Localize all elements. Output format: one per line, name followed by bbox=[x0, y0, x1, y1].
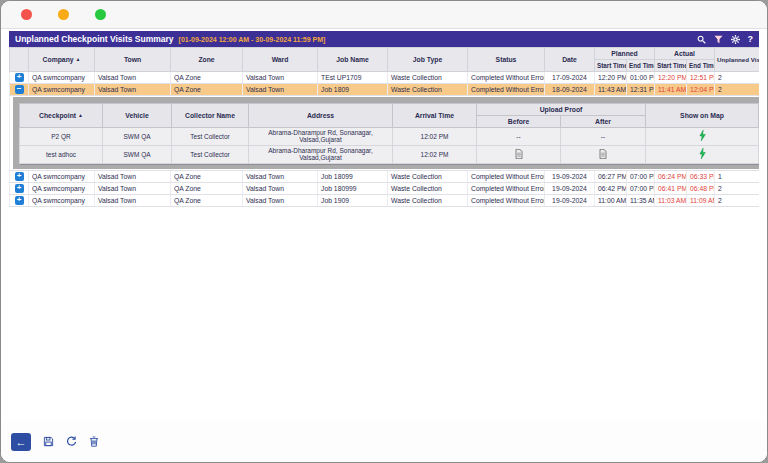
cell-unplanned-visits: 2 bbox=[715, 194, 760, 206]
cell-unplanned-visits: 2 bbox=[715, 84, 760, 96]
cell-job-name: Job 1909 bbox=[318, 194, 388, 206]
detail-row: Checkpoint ▲ Vehicle Collector Name Addr… bbox=[10, 96, 760, 171]
cell-actual-end: 12:51 PM bbox=[687, 72, 715, 84]
col-actual-start[interactable]: Start Time bbox=[655, 60, 687, 72]
col-zone[interactable]: Zone bbox=[171, 48, 243, 72]
cell-status: Completed Without Error bbox=[468, 194, 545, 206]
cell-status: Completed Without Error bbox=[468, 182, 545, 194]
expand-row-button[interactable]: + bbox=[15, 73, 24, 82]
upload-proof-before bbox=[477, 145, 561, 163]
cell-planned-start: 06:27 PM bbox=[595, 170, 627, 182]
cell-checkpoint: test adhoc bbox=[20, 145, 103, 163]
col-checkpoint[interactable]: Checkpoint ▲ bbox=[20, 104, 103, 128]
footer-toolbar: ← bbox=[1, 421, 767, 462]
col-company[interactable]: Company ▲ bbox=[29, 48, 95, 72]
table-row[interactable]: + QA swmcompany Valsad Town QA Zone Vals… bbox=[10, 182, 760, 194]
cell-date: 19-09-2024 bbox=[545, 194, 595, 206]
col-status[interactable]: Status bbox=[468, 48, 545, 72]
cell-collector-name: Test Collector bbox=[172, 145, 249, 163]
maximize-window-button[interactable] bbox=[95, 9, 106, 20]
sort-asc-icon: ▲ bbox=[78, 112, 83, 118]
cell-date: 17-09-2024 bbox=[545, 72, 595, 84]
cell-job-name: Job 180999 bbox=[318, 182, 388, 194]
cell-unplanned-visits: 2 bbox=[715, 182, 760, 194]
report-grid-area: Company ▲ Town Zone Ward Job Name Job Ty… bbox=[9, 47, 759, 421]
table-row[interactable]: + QA swmcompany Valsad Town QA Zone Vals… bbox=[10, 194, 760, 206]
col-arrival-time[interactable]: Arrival Time bbox=[393, 104, 477, 128]
cell-town: Valsad Town bbox=[95, 194, 171, 206]
cell-actual-end: 06:33 PM bbox=[687, 170, 715, 182]
cell-actual-end: 06:48 PM bbox=[687, 182, 715, 194]
cell-ward: Valsad Town bbox=[243, 194, 318, 206]
filter-icon[interactable] bbox=[714, 35, 723, 44]
cell-status: Completed Without Error bbox=[468, 72, 545, 84]
show-on-map-cell bbox=[646, 145, 759, 163]
refresh-icon[interactable] bbox=[66, 436, 77, 447]
cell-address: Abrama-Dharampur Rd, Sonanagar, Valsad,G… bbox=[249, 128, 393, 146]
checkpoint-detail-panel: Checkpoint ▲ Vehicle Collector Name Addr… bbox=[13, 97, 759, 169]
back-button[interactable]: ← bbox=[11, 433, 31, 451]
minimize-window-button[interactable] bbox=[58, 9, 69, 20]
col-date[interactable]: Date bbox=[545, 48, 595, 72]
cell-actual-start: 11:03 AM bbox=[655, 194, 687, 206]
map-marker-icon[interactable] bbox=[699, 130, 706, 141]
col-ward[interactable]: Ward bbox=[243, 48, 318, 72]
cell-actual-start: 12:20 PM bbox=[655, 72, 687, 84]
col-planned-end[interactable]: End Time bbox=[627, 60, 655, 72]
cell-actual-start: 06:24 PM bbox=[655, 170, 687, 182]
cell-ward: Valsad Town bbox=[243, 170, 318, 182]
col-address[interactable]: Address bbox=[249, 104, 393, 128]
help-icon[interactable]: ? bbox=[748, 35, 754, 44]
map-marker-icon[interactable] bbox=[699, 148, 706, 159]
col-job-name[interactable]: Job Name bbox=[318, 48, 388, 72]
col-planned-start[interactable]: Start Time bbox=[595, 60, 627, 72]
expand-row-button[interactable]: + bbox=[15, 196, 24, 205]
col-actual-end[interactable]: End Time bbox=[687, 60, 715, 72]
app-header-bar: Unplanned Checkpoint Visits Summary [01-… bbox=[9, 31, 759, 47]
cell-actual-start: 06:41 PM bbox=[655, 182, 687, 194]
cell-zone: QA Zone bbox=[171, 194, 243, 206]
document-icon[interactable] bbox=[599, 149, 607, 159]
cell-company: QA swmcompany bbox=[29, 170, 95, 182]
col-group-actual: Actual bbox=[655, 48, 715, 60]
cell-planned-end: 07:00 PM bbox=[627, 170, 655, 182]
cell-date: 19-09-2024 bbox=[545, 182, 595, 194]
cell-job-name: Job 18099 bbox=[318, 170, 388, 182]
document-icon[interactable] bbox=[515, 149, 523, 159]
cell-arrival-time: 12:02 PM bbox=[393, 128, 477, 146]
cell-ward: Valsad Town bbox=[243, 182, 318, 194]
table-row[interactable]: + QA swmcompany Valsad Town QA Zone Vals… bbox=[10, 72, 760, 84]
cell-town: Valsad Town bbox=[95, 182, 171, 194]
save-icon[interactable] bbox=[43, 436, 54, 447]
expand-row-button[interactable]: + bbox=[15, 172, 24, 181]
cell-vehicle: SWM QA bbox=[103, 145, 172, 163]
cell-zone: QA Zone bbox=[171, 72, 243, 84]
col-vehicle[interactable]: Vehicle bbox=[103, 104, 172, 128]
close-window-button[interactable] bbox=[21, 9, 32, 20]
table-row[interactable]: + QA swmcompany Valsad Town QA Zone Vals… bbox=[10, 170, 760, 182]
checkpoint-summary-table: Company ▲ Town Zone Ward Job Name Job Ty… bbox=[9, 47, 759, 207]
col-collector-name[interactable]: Collector Name bbox=[172, 104, 249, 128]
show-on-map-cell bbox=[646, 128, 759, 146]
main-table-body: + QA swmcompany Valsad Town QA Zone Vals… bbox=[10, 72, 760, 207]
search-icon[interactable] bbox=[697, 35, 706, 44]
detail-table-row: P2 QR SWM QA Test Collector Abrama-Dhara… bbox=[20, 128, 759, 146]
cell-company: QA swmcompany bbox=[29, 72, 95, 84]
cell-zone: QA Zone bbox=[171, 170, 243, 182]
cell-job-type: Waste Collection bbox=[388, 170, 468, 182]
cell-town: Valsad Town bbox=[95, 170, 171, 182]
cell-planned-end: 11:35 AM bbox=[627, 194, 655, 206]
col-job-type[interactable]: Job Type bbox=[388, 48, 468, 72]
delete-icon[interactable] bbox=[89, 436, 99, 447]
col-unplanned-visits[interactable]: Unplanned Visits bbox=[715, 48, 760, 72]
expand-row-button[interactable]: + bbox=[15, 184, 24, 193]
cell-planned-end: 01:00 PM bbox=[627, 72, 655, 84]
cell-actual-end: 11:09 AM bbox=[687, 194, 715, 206]
table-row-expanded[interactable]: − QA swmcompany Valsad Town QA Zone Vals… bbox=[10, 84, 760, 96]
upload-proof-before: -- bbox=[477, 128, 561, 146]
col-town[interactable]: Town bbox=[95, 48, 171, 72]
settings-gear-icon[interactable] bbox=[731, 35, 740, 44]
collapse-row-button[interactable]: − bbox=[15, 85, 24, 94]
cell-job-type: Waste Collection bbox=[388, 194, 468, 206]
col-group-upload-proof: Upload Proof bbox=[477, 104, 646, 116]
